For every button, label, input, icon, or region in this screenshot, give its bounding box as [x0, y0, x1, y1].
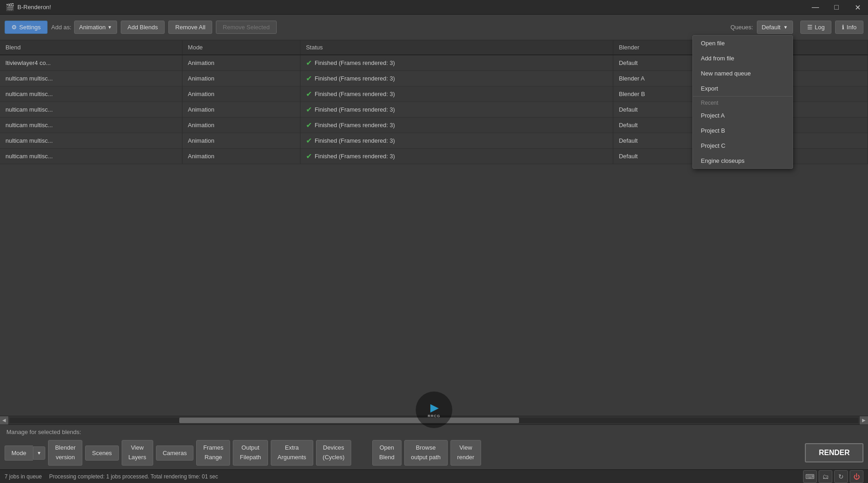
recent-label: Recent	[693, 96, 793, 108]
col-status: Status	[300, 40, 613, 55]
scroll-track[interactable]	[10, 418, 858, 423]
menu-open-file[interactable]: Open file	[693, 36, 793, 51]
toolbar: ⚙ Settings Add as: Animation ▼ Add Blend…	[0, 15, 868, 40]
cell-blend: ltiviewlayer4 co...	[0, 55, 182, 71]
cell-status: ✔ Finished (Frames rendered: 3)	[300, 133, 613, 149]
scenes-button[interactable]: Scenes	[85, 445, 118, 461]
minimize-button[interactable]: —	[805, 0, 826, 15]
menu-add-from-file[interactable]: Add from file	[693, 51, 793, 66]
col-blend: Blend	[0, 40, 182, 55]
settings-icon: ⚙	[11, 24, 17, 31]
scroll-right-button[interactable]: ▶	[860, 416, 868, 424]
menu-recent-engine-closeups[interactable]: Engine closeups	[693, 153, 793, 168]
view-layers-button[interactable]: View Layers	[122, 440, 153, 466]
cell-mode: Animation	[182, 118, 300, 133]
action-buttons: Mode ▼ Blender version Scenes View Layer…	[0, 437, 868, 469]
chevron-down-icon: ▼	[783, 25, 788, 30]
cell-blend: nulticam multisc...	[0, 149, 182, 164]
mode-arrow-button[interactable]: ▼	[33, 446, 46, 460]
check-icon: ✔	[306, 136, 312, 145]
cell-mode: Animation	[182, 71, 300, 86]
queues-wrapper: Default ▼ Open file Add from file New na…	[757, 21, 793, 34]
extra-arguments-button[interactable]: Extra Arguments	[271, 440, 313, 466]
open-blend-button[interactable]: Open Blend	[372, 440, 401, 466]
folder-icon-button[interactable]: 🗂	[819, 470, 832, 483]
log-icon: ☰	[807, 24, 813, 31]
cell-status: ✔ Finished (Frames rendered: 3)	[300, 102, 613, 118]
manage-label: Manage for selected blends:	[0, 425, 868, 437]
power-icon-button[interactable]: ⏻	[850, 470, 863, 483]
menu-new-named-queue[interactable]: New named queue	[693, 66, 793, 81]
settings-button[interactable]: ⚙ Settings	[5, 21, 48, 34]
app-icon: 🎬	[5, 3, 15, 11]
check-icon: ✔	[306, 105, 312, 114]
check-icon: ✔	[306, 59, 312, 67]
view-render-button[interactable]: View render	[450, 440, 482, 466]
maximize-button[interactable]: □	[826, 0, 847, 15]
animation-dropdown-button[interactable]: Animation ▼	[74, 21, 117, 34]
cell-blend: nulticam multisc...	[0, 86, 182, 102]
main-content: ⚙ Settings Add as: Animation ▼ Add Blend…	[0, 15, 868, 483]
check-icon: ✔	[306, 90, 312, 98]
scroll-thumb[interactable]	[179, 418, 519, 423]
remove-all-button[interactable]: Remove All	[168, 21, 212, 34]
devices-cycles-button[interactable]: Devices (Cycles)	[316, 440, 352, 466]
close-button[interactable]: ✕	[847, 0, 868, 15]
queues-dropdown-menu: Open file Add from file New named queue …	[692, 35, 793, 169]
check-icon: ✔	[306, 74, 312, 83]
terminal-icon-button[interactable]: ⌨	[803, 470, 817, 483]
cell-blend: nulticam multisc...	[0, 133, 182, 149]
menu-recent-project-b[interactable]: Project B	[693, 123, 793, 138]
check-icon: ✔	[306, 152, 312, 161]
remove-selected-button[interactable]: Remove Selected	[216, 21, 277, 34]
cell-mode: Animation	[182, 102, 300, 118]
refresh-icon-button[interactable]: ↻	[834, 470, 848, 483]
cell-status: ✔ Finished (Frames rendered: 3)	[300, 118, 613, 133]
log-button[interactable]: ☰ Log	[800, 21, 832, 34]
menu-export[interactable]: Export	[693, 81, 793, 96]
add-blends-button[interactable]: Add Blends	[121, 21, 165, 34]
menu-recent-project-c[interactable]: Project C	[693, 138, 793, 153]
cell-status: ✔ Finished (Frames rendered: 3)	[300, 71, 613, 86]
cell-blend: nulticam multisc...	[0, 102, 182, 118]
cell-blend: nulticam multisc...	[0, 118, 182, 133]
info-button[interactable]: ℹ Info	[835, 21, 863, 34]
frames-range-button[interactable]: Frames Range	[196, 440, 230, 466]
scroll-left-button[interactable]: ◀	[0, 416, 8, 424]
queues-dropdown-button[interactable]: Default ▼	[757, 21, 793, 34]
cell-mode: Animation	[182, 149, 300, 164]
status-bar: 7 jobs in queue Processing completed: 1 …	[0, 469, 868, 483]
status-text: Processing completed: 1 jobs processed. …	[49, 473, 803, 480]
render-button[interactable]: RENDER	[805, 443, 863, 462]
cameras-button[interactable]: Cameras	[156, 445, 194, 461]
jobs-count: 7 jobs in queue	[5, 473, 42, 480]
cell-status: ✔ Finished (Frames rendered: 3)	[300, 86, 613, 102]
cell-mode: Animation	[182, 55, 300, 71]
output-filepath-button[interactable]: Output Filepath	[233, 440, 268, 466]
mode-main-button[interactable]: Mode	[5, 445, 33, 461]
cell-blend: nulticam multisc...	[0, 71, 182, 86]
window-controls: — □ ✕	[805, 0, 868, 15]
add-as-group: Add as: Animation ▼	[51, 21, 117, 34]
cell-status: ✔ Finished (Frames rendered: 3)	[300, 55, 613, 71]
blender-version-button[interactable]: Blender version	[48, 440, 82, 466]
horizontal-scrollbar[interactable]: ◀ ▶	[0, 416, 868, 424]
cell-mode: Animation	[182, 86, 300, 102]
cell-status: ✔ Finished (Frames rendered: 3)	[300, 149, 613, 164]
menu-recent-project-a[interactable]: Project A	[693, 108, 793, 123]
app-title: 🎬 B-Renderon!	[5, 3, 51, 11]
status-icons: ⌨ 🗂 ↻ ⏻	[803, 470, 863, 483]
check-icon: ✔	[306, 121, 312, 129]
bottom-panel: Manage for selected blends: Mode ▼ Blend…	[0, 424, 868, 469]
col-mode: Mode	[182, 40, 300, 55]
browse-output-path-button[interactable]: Browse output path	[404, 440, 448, 466]
cell-mode: Animation	[182, 133, 300, 149]
mode-button-group: Mode ▼	[5, 445, 45, 461]
chevron-down-icon: ▼	[107, 25, 112, 30]
title-bar: 🎬 B-Renderon! — □ ✕	[0, 0, 868, 15]
info-icon: ℹ	[842, 24, 844, 31]
